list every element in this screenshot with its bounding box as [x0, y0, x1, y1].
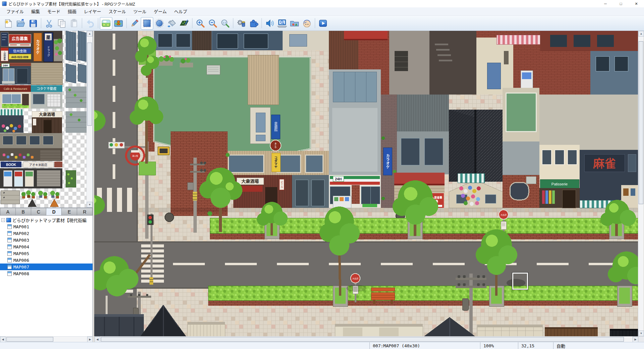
menu-edit[interactable]: 編集 [27, 7, 44, 16]
canvas-vscrollbar[interactable]: ▲ ▼ [638, 31, 644, 336]
zoom-out-button[interactable] [207, 17, 219, 30]
dental-sign: 泉歯科 [272, 116, 279, 137]
play-icon [318, 18, 328, 28]
tab-a[interactable]: A [0, 208, 16, 216]
tree-hscrollbar[interactable]: ◀ ▶ [0, 336, 93, 342]
tree-item-map005[interactable]: MAP005 [0, 250, 93, 257]
tree-hscroll-thumb[interactable] [6, 337, 53, 342]
palette-sign-tenant: 入居募集 [1, 50, 8, 61]
tab-d[interactable]: D [46, 208, 62, 216]
flood-fill-tool-button[interactable] [166, 17, 178, 30]
menu-mode[interactable]: モード [44, 7, 64, 16]
canvas-vscroll-thumb[interactable] [639, 41, 643, 204]
map-mode-button[interactable] [100, 17, 112, 30]
paint-bucket-icon [167, 18, 177, 28]
clipboard-paste-icon [69, 18, 79, 28]
maximize-button[interactable]: □ [613, 0, 629, 7]
scroll-up-icon[interactable]: ▲ [87, 31, 93, 37]
minimize-button[interactable]: ─ [598, 0, 613, 7]
scroll-down-icon[interactable]: ▼ [638, 331, 644, 336]
save-project-button[interactable] [27, 17, 39, 30]
status-bar: 007:MAP007 (40x30) 100% 32,15 自動 [0, 342, 644, 349]
tileset-palette[interactable]: 広告募集 信州金融 443-022-009 入居募集 カラオケ 薬 ドラッグ [0, 31, 86, 208]
resource-folder-icon [290, 18, 299, 28]
new-project-button[interactable] [2, 17, 14, 30]
pencil-icon [130, 18, 139, 28]
beer-sign: ビール [280, 180, 284, 189]
palette-sign-drug: ドラッグ [45, 42, 52, 61]
svg-text:Cafe & Restaurant: Cafe & Restaurant [4, 87, 27, 91]
ellipse-tool-button[interactable] [153, 17, 166, 30]
scroll-left-icon[interactable]: ◀ [0, 337, 6, 342]
menu-bar: ファイル 編集 モード 描画 レイヤー スケール ツール ゲーム ヘルプ [0, 7, 644, 16]
menu-help[interactable]: ヘルプ [170, 7, 191, 16]
event-mode-button[interactable] [112, 17, 125, 30]
map-tree: − どらぴかドットマップ素材【現代街編 MAP001 MAP002 MAP003… [0, 216, 93, 336]
menu-draw[interactable]: 描画 [64, 7, 80, 16]
copy-button[interactable] [55, 17, 68, 30]
tree-item-map001[interactable]: MAP001 [0, 223, 93, 230]
collapse-icon[interactable]: − [1, 218, 5, 222]
menu-game[interactable]: ゲーム [150, 7, 171, 16]
rpg-maker-window: どらぴかドットマップ素材【現代街編拡張セット】 - RPGツクールMZ ─ □ … [0, 0, 644, 349]
tab-r[interactable]: R [77, 208, 93, 216]
tree-item-map008[interactable]: MAP008 [0, 270, 93, 277]
cut-button[interactable] [43, 17, 55, 30]
resource-manager-button[interactable] [288, 17, 301, 30]
menu-scale[interactable]: スケール [105, 7, 130, 16]
paste-button[interactable] [68, 17, 80, 30]
tree-item-map003[interactable]: MAP003 [0, 237, 93, 243]
scroll-right-icon[interactable]: ▶ [633, 337, 638, 342]
scroll-right-icon[interactable]: ▶ [87, 337, 93, 342]
atoya-sign: あとや [273, 141, 278, 150]
tree-item-map004[interactable]: MAP004 [0, 243, 93, 250]
open-project-button[interactable] [14, 17, 27, 30]
tab-c[interactable]: C [31, 208, 47, 216]
tab-b[interactable]: B [16, 208, 31, 216]
puzzle-piece-icon [249, 18, 258, 28]
svg-text:薬: 薬 [46, 35, 51, 40]
undo-button[interactable] [84, 17, 96, 30]
zoom-in-button[interactable] [194, 17, 207, 30]
database-button[interactable] [235, 17, 247, 30]
palette-scroll-thumb[interactable] [87, 43, 92, 126]
plugin-manager-button[interactable] [247, 17, 260, 30]
scroll-left-icon[interactable]: ◀ [95, 337, 100, 342]
tree-root[interactable]: − どらぴかドットマップ素材【現代街編 [0, 217, 93, 223]
sound-test-button[interactable] [264, 17, 276, 30]
pencil-tool-button[interactable] [128, 17, 141, 30]
menu-tools[interactable]: ツール [130, 7, 150, 16]
shadow-pen-tool-button[interactable] [178, 17, 190, 30]
tree-item-map002[interactable]: MAP002 [0, 230, 93, 237]
canvas-hscroll-thumb[interactable] [101, 337, 624, 342]
svg-text:アオキ米穀店: アオキ米穀店 [29, 163, 47, 167]
canvas-hscrollbar[interactable]: ◀ ▶ [95, 336, 638, 342]
tree-item-map006[interactable]: MAP006 [0, 257, 93, 264]
svg-text:24H: 24H [335, 177, 342, 181]
svg-text:Patisserie: Patisserie [551, 182, 568, 186]
map-canvas[interactable]: 大衆酒場 ビール 24H [94, 31, 638, 336]
playtest-button[interactable] [317, 17, 329, 30]
map-icon [7, 238, 12, 242]
close-button[interactable]: ✕ [629, 0, 644, 7]
event-searcher-button[interactable] [276, 17, 288, 30]
map-mode-icon [101, 18, 111, 28]
status-cursor-coords: 32,15 [518, 342, 553, 349]
scroll-up-icon[interactable]: ▲ [638, 31, 644, 37]
rectangle-select-icon [142, 18, 152, 28]
menu-file[interactable]: ファイル [3, 7, 27, 16]
scroll-down-icon[interactable]: ▼ [87, 202, 93, 208]
map-icon [7, 244, 12, 249]
svg-text:BOOK: BOOK [6, 163, 16, 167]
scissors-icon [44, 18, 54, 28]
gear-database-icon [236, 18, 246, 28]
tree-item-map007-selected[interactable]: MAP007 [0, 264, 93, 270]
menu-layer[interactable]: レイヤー [80, 7, 105, 16]
map-icon [7, 258, 12, 263]
palette-scrollbar[interactable]: ▲ ▼ [86, 31, 92, 208]
character-generator-button[interactable] [301, 17, 313, 30]
tab-e[interactable]: E [62, 208, 77, 216]
status-mode: 自動 [553, 342, 644, 349]
zoom-actual-size-button[interactable]: 1:1 [219, 17, 231, 30]
rectangle-tool-button[interactable] [141, 17, 153, 30]
